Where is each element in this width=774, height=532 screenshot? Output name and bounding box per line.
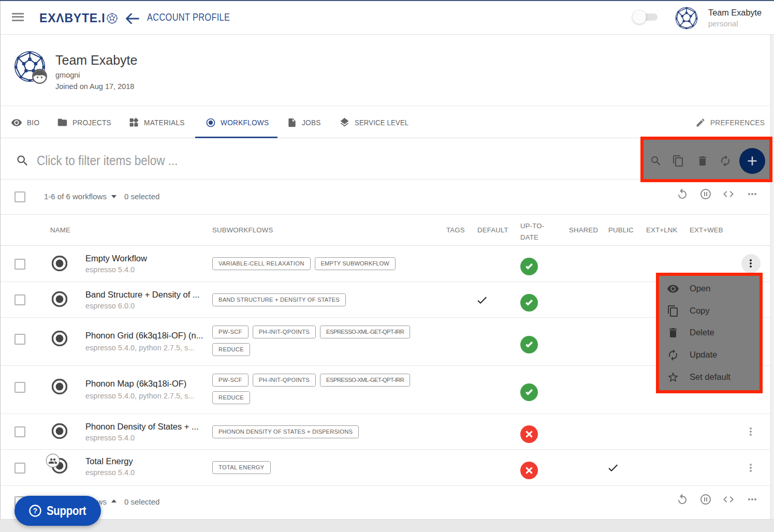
svg-text:?: ? [33,507,38,515]
